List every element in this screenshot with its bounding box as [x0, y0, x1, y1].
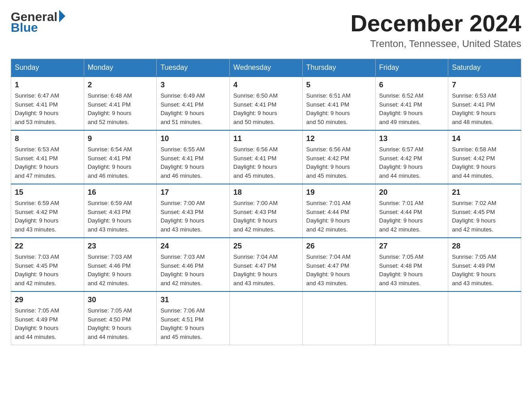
calendar-table: SundayMondayTuesdayWednesdayThursdayFrid… [11, 59, 521, 345]
calendar-cell: 28Sunrise: 7:05 AMSunset: 4:49 PMDayligh… [448, 238, 521, 291]
day-number: 23 [88, 242, 153, 251]
calendar-cell: 7Sunrise: 6:53 AMSunset: 4:41 PMDaylight… [448, 77, 521, 130]
day-header-wednesday: Wednesday [230, 59, 303, 77]
day-header-thursday: Thursday [302, 59, 375, 77]
day-number: 7 [452, 81, 517, 90]
day-number: 22 [15, 242, 80, 251]
day-number: 10 [160, 134, 226, 143]
day-info: Sunrise: 7:03 AMSunset: 4:45 PMDaylight:… [15, 253, 80, 287]
calendar-cell: 18Sunrise: 7:00 AMSunset: 4:43 PMDayligh… [230, 184, 303, 238]
day-number: 24 [160, 242, 226, 251]
calendar-cell: 23Sunrise: 7:03 AMSunset: 4:46 PMDayligh… [84, 238, 157, 291]
day-info: Sunrise: 7:05 AMSunset: 4:50 PMDaylight:… [88, 306, 153, 341]
calendar-cell: 12Sunrise: 6:56 AMSunset: 4:42 PMDayligh… [302, 130, 375, 184]
day-number: 31 [160, 295, 226, 304]
calendar-cell: 22Sunrise: 7:03 AMSunset: 4:45 PMDayligh… [11, 238, 84, 291]
day-header-sunday: Sunday [11, 59, 84, 77]
calendar-cell [448, 291, 521, 345]
week-row-2: 8Sunrise: 6:53 AMSunset: 4:41 PMDaylight… [11, 130, 521, 184]
calendar-cell [375, 291, 448, 345]
day-info: Sunrise: 7:06 AMSunset: 4:51 PMDaylight:… [160, 306, 226, 341]
calendar-cell: 11Sunrise: 6:56 AMSunset: 4:41 PMDayligh… [230, 130, 303, 184]
calendar-cell: 24Sunrise: 7:03 AMSunset: 4:46 PMDayligh… [157, 238, 230, 291]
day-number: 6 [379, 81, 445, 90]
day-header-friday: Friday [375, 59, 448, 77]
day-info: Sunrise: 7:00 AMSunset: 4:43 PMDaylight:… [160, 199, 226, 234]
day-info: Sunrise: 6:47 AMSunset: 4:41 PMDaylight:… [15, 91, 80, 126]
day-header-tuesday: Tuesday [157, 59, 230, 77]
day-info: Sunrise: 7:03 AMSunset: 4:46 PMDaylight:… [160, 253, 226, 287]
day-info: Sunrise: 7:05 AMSunset: 4:49 PMDaylight:… [452, 253, 517, 287]
day-number: 16 [88, 188, 153, 197]
calendar-cell: 21Sunrise: 7:02 AMSunset: 4:45 PMDayligh… [448, 184, 521, 238]
day-number: 13 [379, 134, 445, 143]
day-info: Sunrise: 6:54 AMSunset: 4:41 PMDaylight:… [88, 145, 153, 180]
day-info: Sunrise: 6:57 AMSunset: 4:42 PMDaylight:… [379, 145, 445, 180]
day-number: 1 [15, 81, 80, 90]
day-number: 2 [88, 81, 153, 90]
day-number: 11 [233, 134, 299, 143]
month-year-title: December 2024 [350, 11, 521, 36]
calendar-cell: 25Sunrise: 7:04 AMSunset: 4:47 PMDayligh… [230, 238, 303, 291]
week-row-4: 22Sunrise: 7:03 AMSunset: 4:45 PMDayligh… [11, 238, 521, 291]
day-info: Sunrise: 7:04 AMSunset: 4:47 PMDaylight:… [233, 253, 299, 287]
calendar-cell: 14Sunrise: 6:58 AMSunset: 4:42 PMDayligh… [448, 130, 521, 184]
calendar-cell: 15Sunrise: 6:59 AMSunset: 4:42 PMDayligh… [11, 184, 84, 238]
day-info: Sunrise: 7:05 AMSunset: 4:49 PMDaylight:… [15, 306, 80, 341]
day-number: 18 [233, 188, 299, 197]
calendar-cell [230, 291, 303, 345]
day-number: 29 [15, 295, 80, 304]
calendar-cell: 26Sunrise: 7:04 AMSunset: 4:47 PMDayligh… [302, 238, 375, 291]
calendar-cell: 9Sunrise: 6:54 AMSunset: 4:41 PMDaylight… [84, 130, 157, 184]
day-number: 26 [306, 242, 372, 251]
day-number: 17 [160, 188, 226, 197]
day-number: 20 [379, 188, 445, 197]
day-number: 21 [452, 188, 517, 197]
day-number: 9 [88, 134, 153, 143]
day-number: 15 [15, 188, 80, 197]
day-header-monday: Monday [84, 59, 157, 77]
day-number: 12 [306, 134, 372, 143]
calendar-header-row: SundayMondayTuesdayWednesdayThursdayFrid… [11, 59, 521, 77]
calendar-cell: 19Sunrise: 7:01 AMSunset: 4:44 PMDayligh… [302, 184, 375, 238]
day-info: Sunrise: 6:52 AMSunset: 4:41 PMDaylight:… [379, 91, 445, 126]
day-number: 28 [452, 242, 517, 251]
calendar-cell: 3Sunrise: 6:49 AMSunset: 4:41 PMDaylight… [157, 77, 230, 130]
day-info: Sunrise: 6:59 AMSunset: 4:43 PMDaylight:… [88, 199, 153, 234]
day-info: Sunrise: 6:56 AMSunset: 4:41 PMDaylight:… [233, 145, 299, 180]
day-number: 19 [306, 188, 372, 197]
day-info: Sunrise: 6:49 AMSunset: 4:41 PMDaylight:… [160, 91, 226, 126]
day-info: Sunrise: 6:53 AMSunset: 4:41 PMDaylight:… [15, 145, 80, 180]
calendar-cell: 16Sunrise: 6:59 AMSunset: 4:43 PMDayligh… [84, 184, 157, 238]
week-row-5: 29Sunrise: 7:05 AMSunset: 4:49 PMDayligh… [11, 291, 521, 345]
calendar-cell: 8Sunrise: 6:53 AMSunset: 4:41 PMDaylight… [11, 130, 84, 184]
day-number: 14 [452, 134, 517, 143]
calendar-cell: 10Sunrise: 6:55 AMSunset: 4:41 PMDayligh… [157, 130, 230, 184]
day-info: Sunrise: 6:55 AMSunset: 4:41 PMDaylight:… [160, 145, 226, 180]
day-info: Sunrise: 7:00 AMSunset: 4:43 PMDaylight:… [233, 199, 299, 234]
calendar-cell: 30Sunrise: 7:05 AMSunset: 4:50 PMDayligh… [84, 291, 157, 345]
day-info: Sunrise: 6:50 AMSunset: 4:41 PMDaylight:… [233, 91, 299, 126]
week-row-3: 15Sunrise: 6:59 AMSunset: 4:42 PMDayligh… [11, 184, 521, 238]
calendar-cell: 6Sunrise: 6:52 AMSunset: 4:41 PMDaylight… [375, 77, 448, 130]
logo-blue-text: Blue [11, 21, 65, 34]
logo-arrow-icon [59, 10, 65, 22]
day-info: Sunrise: 6:58 AMSunset: 4:42 PMDaylight:… [452, 145, 517, 180]
calendar-cell: 27Sunrise: 7:05 AMSunset: 4:48 PMDayligh… [375, 238, 448, 291]
calendar-cell: 1Sunrise: 6:47 AMSunset: 4:41 PMDaylight… [11, 77, 84, 130]
calendar-cell: 4Sunrise: 6:50 AMSunset: 4:41 PMDaylight… [230, 77, 303, 130]
logo: General Blue [11, 11, 65, 34]
calendar-cell: 5Sunrise: 6:51 AMSunset: 4:41 PMDaylight… [302, 77, 375, 130]
day-info: Sunrise: 7:01 AMSunset: 4:44 PMDaylight:… [306, 199, 372, 234]
calendar-cell [302, 291, 375, 345]
day-info: Sunrise: 7:03 AMSunset: 4:46 PMDaylight:… [88, 253, 153, 287]
day-number: 25 [233, 242, 299, 251]
day-info: Sunrise: 6:59 AMSunset: 4:42 PMDaylight:… [15, 199, 80, 234]
page-header: General Blue December 2024 Trenton, Tenn… [11, 11, 521, 50]
day-info: Sunrise: 6:51 AMSunset: 4:41 PMDaylight:… [306, 91, 372, 126]
calendar-cell: 29Sunrise: 7:05 AMSunset: 4:49 PMDayligh… [11, 291, 84, 345]
day-number: 4 [233, 81, 299, 90]
day-info: Sunrise: 6:48 AMSunset: 4:41 PMDaylight:… [88, 91, 153, 126]
calendar-cell: 17Sunrise: 7:00 AMSunset: 4:43 PMDayligh… [157, 184, 230, 238]
day-number: 3 [160, 81, 226, 90]
